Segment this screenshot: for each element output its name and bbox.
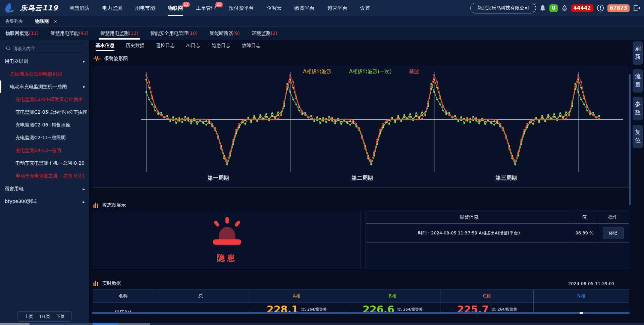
tab-count: (9) [233, 31, 240, 36]
menu-item-work-orders[interactable]: 工单管理 21 [196, 0, 216, 16]
phase-c-threshold: 过: 264/报警关 [491, 307, 517, 312]
tree-node-c2-04[interactable]: 充电监测C2-04-研发及会计插座 [0, 93, 89, 106]
col-phase-n: N相 [534, 289, 629, 303]
tab-smart-breaker[interactable]: 智能断路器(9) [210, 27, 240, 40]
caret-right-icon: ▸ [83, 199, 85, 204]
menu-item-fire[interactable]: 智慧消防 [69, 0, 90, 16]
phase-a-threshold: 过: 264/报警关 [301, 307, 327, 312]
tree-node-host-0-20[interactable]: 电动车充电监测主机---总闸-0-20 [0, 157, 89, 170]
tab-basic-info[interactable]: 基本信息 [96, 41, 114, 51]
menu-item-power-monitor[interactable]: 电力监测 [102, 0, 122, 16]
alarm-info-text: 时间：2024-08-05 11:37:59 A相拔出AI报警(平台) [366, 224, 572, 242]
brand-logo-icon [3, 2, 15, 14]
tab-iot[interactable]: 物联网 × [35, 18, 57, 24]
alarm-value: 96.39 % [572, 224, 597, 242]
tree-node-ev-charging-host[interactable]: 电动车充电监测主机---总闸▾ [0, 80, 89, 93]
tree-node-appliance-recognition[interactable]: 用电器识别▾ [0, 55, 89, 68]
tab-smart-energy-saving[interactable]: 智慧用电节能(41) [51, 27, 89, 40]
alarm-table-header: 报警信息 值 操作 [366, 211, 629, 224]
scrollbar-segment [30, 323, 93, 325]
refresh-button[interactable]: 刷新 [633, 41, 643, 65]
legend-item-a-phase-once[interactable]: A相拔出波形(一次) [349, 68, 392, 75]
notification-bell-button[interactable] [539, 4, 546, 12]
menu-item-qizhiyun[interactable]: 企智云 [267, 0, 282, 16]
device-tree: 用电器识别▾ 总经理办公室用电器识别 电动车充电监测主机---总闸▾ 充电监测C… [0, 55, 89, 208]
tree-node-label: 充电监测C2-05-总经理办公室插座 [15, 109, 88, 115]
tab-history-data[interactable]: 历史数据 [126, 41, 145, 51]
close-icon[interactable]: × [54, 19, 57, 24]
phase-a-value: 228.1 [267, 305, 299, 312]
tree-node-btype300[interactable]: btype300测试▸ [0, 195, 89, 208]
tree-node-label: 电动车充电监测主机---总闸-0-20 [15, 160, 85, 166]
mark-button[interactable]: 标记 [603, 227, 624, 239]
tree-node-c2-11[interactable]: 充电监测C2-11--总照明 [0, 131, 89, 144]
category-tabs-bar: 物联网概览(11) 智慧用电节能(41) 智慧用电监测(12) 智能安全用电管理… [0, 27, 644, 40]
col-name: 名称 [93, 289, 153, 303]
menu-item-admin[interactable]: 超管平台 [327, 0, 347, 16]
tree-node-label: 用电器识别 [5, 58, 28, 64]
tree-node-c4-12[interactable]: 充电监测C4-12--总闸 [0, 144, 89, 157]
phase-n-value-cell [534, 303, 629, 312]
menu-item-prepaid[interactable]: 预付费平台 [229, 0, 254, 16]
warning-button[interactable] [596, 4, 604, 12]
tree-node-host-0-21[interactable]: 电动车充电监测主机---总闸-0-21 [0, 170, 89, 182]
alarm-waveform-chart-panel: 第一周期第二周期第三周期 A相拔出波形 A相拔出波形(一次) 基波 [93, 65, 629, 188]
tree-node-c2-05[interactable]: 充电监测C2-05-总经理办公室插座 [0, 106, 89, 119]
prev-page-button[interactable]: 上页 [24, 314, 33, 320]
navbar-right: 新北京乐鸟科技有限公司 0 44442 [470, 3, 641, 13]
col-value: 值 [572, 211, 597, 223]
flame-icon [561, 4, 568, 12]
next-page-button[interactable]: 下页 [56, 314, 65, 320]
tree-node-gm-office-recognition[interactable]: 总经理办公室用电器识别 [0, 68, 89, 80]
svg-text:第三周期: 第三周期 [495, 175, 517, 181]
realtime-data-table: 名称 总 A相 B相 C相 N相 电压(V) 228.1 过: 264/报警关 … [93, 289, 629, 312]
tab-remote-log[interactable]: 遥控日志 [156, 41, 175, 51]
detail-tabs: 基本信息 历史数据 遥控日志 AI日志 隐患日志 故障日志 [93, 41, 629, 51]
legend-item-a-phase[interactable]: A相拔出波形 [303, 68, 331, 75]
siren-icon [208, 216, 246, 250]
realtime-table-header: 名称 总 A相 B相 C相 N相 [93, 289, 629, 303]
tab-fault-log[interactable]: 故障日志 [242, 41, 261, 51]
tab-hazard-log[interactable]: 隐患日志 [212, 41, 230, 51]
tab-count: (11) [29, 31, 39, 36]
caret-down-icon: ▾ [83, 59, 85, 64]
reset-button[interactable]: 复位 [633, 125, 643, 148]
active-menu-underline [168, 15, 183, 16]
flow-button[interactable]: 流量 [633, 69, 643, 93]
table-row-voltage: 电压(V) 228.1 过: 264/报警关 226.6 过: 264/报警关 … [93, 303, 629, 312]
bell-icon [539, 4, 546, 12]
company-button[interactable]: 新北京乐鸟科技有限公司 [470, 3, 536, 13]
menu-item-settings[interactable]: 设置 [360, 0, 370, 16]
menu-item-energy-saving[interactable]: 用电节能 [135, 0, 155, 16]
page-scrollbar-thumb[interactable] [93, 323, 118, 325]
warn-count-badge: 67873 [607, 4, 630, 12]
content-horizontal-scrollbar[interactable] [92, 312, 630, 314]
vertical-scrollbar-thumb[interactable] [629, 74, 631, 205]
caret-down-icon: ▾ [83, 85, 85, 90]
waveform-icon [93, 56, 101, 61]
tree-node-c2-06[interactable]: 充电监测C2-06--销售插座 [0, 119, 89, 131]
tab-smart-power-monitor[interactable]: 智慧用电监测(12) [101, 27, 139, 40]
params-button[interactable]: 参数 [633, 97, 643, 120]
tab-env-monitor[interactable]: 环境监测(2) [252, 27, 277, 40]
bell-count-badge: 0 [549, 4, 557, 12]
menu-item-iot[interactable]: 物联网 13 [168, 0, 183, 16]
fire-alarm-button[interactable] [561, 4, 568, 12]
page-horizontal-scrollbar[interactable] [0, 323, 644, 325]
tab-label: 智能断路器 [210, 31, 233, 36]
tab-alarm-list[interactable]: 告警列表 [5, 18, 23, 24]
tree-node-label: 宿舍用电 [5, 186, 23, 192]
menu-item-payment[interactable]: 缴费平台 [294, 0, 315, 16]
tab-iot-label: 物联网 [35, 18, 49, 24]
search-input[interactable] [13, 46, 83, 51]
tree-node-dormitory[interactable]: 宿舍用电▸ [0, 182, 89, 195]
tree-search-box [3, 44, 86, 53]
logout-button[interactable] [633, 4, 641, 12]
tab-ai-log[interactable]: AI日志 [186, 41, 200, 51]
tab-iot-overview[interactable]: 物联网概览(11) [5, 27, 39, 40]
legend-item-fundamental[interactable]: 基波 [409, 68, 419, 75]
tree-node-label: 充电监测C2-04-研发及会计插座 [15, 97, 83, 103]
tab-safe-power-mgmt[interactable]: 智能安全用电管理(10) [150, 27, 198, 40]
scrollbar-segment [118, 323, 150, 325]
phase-c-value: 225.7 [457, 305, 489, 312]
